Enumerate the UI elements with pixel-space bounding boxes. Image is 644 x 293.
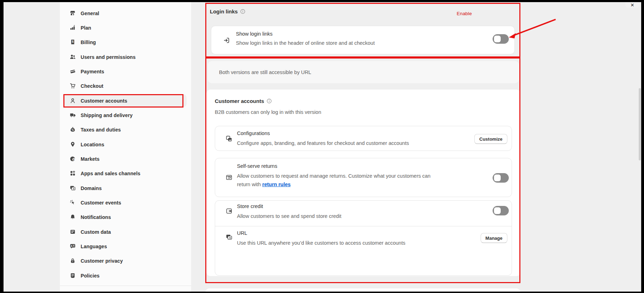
return-rules-link[interactable]: return rules: [262, 182, 291, 187]
toggle-knob: [494, 175, 501, 181]
cart-icon: [70, 83, 76, 89]
sidebar-item-customer-accounts[interactable]: Customer accounts: [64, 94, 187, 107]
languages-icon: A: [70, 243, 76, 249]
billing-icon: $: [70, 39, 76, 45]
sidebar-item-label: Policies: [81, 273, 100, 279]
store-credit-title: Store credit: [237, 203, 263, 209]
plan-icon: [70, 25, 76, 31]
configurations-icon: [226, 135, 232, 142]
returns-icon: [226, 174, 232, 181]
next-section-card-partial: [205, 288, 520, 292]
apps-icon: [70, 170, 76, 176]
sidebar-item-taxes-and-duties[interactable]: % Taxes and duties: [64, 123, 187, 136]
sidebar-item-general[interactable]: General: [64, 7, 187, 20]
data-icon: [70, 229, 76, 235]
url-description: Use this URL anywhere you’d like custome…: [237, 239, 405, 247]
domains-icon: [70, 185, 76, 191]
store-credit-toggle[interactable]: [493, 206, 509, 215]
annotation-enable-label: Enable: [457, 11, 472, 16]
info-icon[interactable]: [240, 9, 245, 14]
lock-icon: [70, 258, 76, 264]
bell-icon: [70, 214, 76, 220]
sidebar-item-languages[interactable]: A Languages: [64, 240, 187, 253]
sidebar-item-label: Plan: [81, 25, 91, 31]
sidebar-item-label: Billing: [81, 39, 96, 45]
sidebar-item-checkout[interactable]: Checkout: [64, 79, 187, 92]
sidebar-divider: [60, 286, 191, 286]
url-title: URL: [237, 230, 247, 236]
truck-icon: [70, 112, 76, 118]
customer-accounts-card: Customer accounts B2B customers can only…: [206, 90, 520, 276]
scrollbar-thumb[interactable]: [639, 88, 641, 160]
app-viewport: General Plan $ Billing Users and permiss…: [4, 2, 641, 292]
both-versions-banner: Both versions are still accessible by UR…: [208, 61, 519, 83]
sidebar-item-label: Locations: [81, 142, 104, 147]
configurations-row: Configurations Configure apps, branding,…: [215, 126, 512, 151]
description-line2-prefix: return with: [237, 182, 262, 187]
url-icon: [226, 234, 232, 240]
sidebar-item-label: Customer accounts: [81, 98, 127, 104]
store-icon: [70, 10, 76, 16]
sidebar-item-notifications[interactable]: Notifications: [64, 210, 187, 224]
sidebar-item-customer-events[interactable]: Customer events: [64, 196, 187, 209]
sidebar-item-domains[interactable]: Domains: [64, 182, 187, 195]
self-serve-returns-title: Self-serve returns: [237, 163, 277, 169]
sidebar-item-payments[interactable]: Payments: [64, 65, 187, 78]
sidebar-item-label: Apps and sales channels: [81, 171, 140, 176]
close-icon[interactable]: ✕: [625, 2, 639, 8]
login-links-title-text: Login links: [210, 8, 238, 14]
sidebar-item-shipping-and-delivery[interactable]: Shipping and delivery: [64, 109, 187, 122]
info-icon[interactable]: [267, 98, 272, 104]
sidebar-item-label: General: [81, 11, 99, 16]
sidebar-item-custom-data[interactable]: Custom data: [64, 225, 187, 238]
sidebar-item-label: Notifications: [81, 214, 111, 220]
sidebar-item-users-and-permissions[interactable]: Users and permissions: [64, 50, 187, 63]
pin-icon: [70, 141, 76, 147]
sidebar-item-markets[interactable]: $ Markets: [64, 152, 187, 165]
show-login-links-row: Show login links Show login links in the…: [211, 26, 515, 54]
sidebar-item-customer-privacy[interactable]: Customer privacy: [64, 254, 187, 267]
svg-text:%: %: [71, 129, 74, 131]
sidebar-item-apps-and-sales-channels[interactable]: Apps and sales channels: [64, 167, 187, 180]
sidebar-item-label: Domains: [81, 185, 102, 191]
svg-text:$: $: [72, 40, 74, 43]
toggle-knob: [494, 207, 501, 214]
sidebar-item-policies[interactable]: Policies: [64, 269, 187, 282]
sidebar-item-locations[interactable]: Locations: [64, 138, 187, 151]
store-credit-icon: [226, 208, 232, 214]
sidebar-item-label: Customer events: [81, 200, 121, 206]
toggle-knob: [494, 36, 501, 42]
sidebar-item-label: Taxes and duties: [81, 127, 121, 133]
show-login-links-description: Show login links in the header of online…: [236, 39, 375, 47]
sidebar-item-label: Shipping and delivery: [81, 112, 133, 118]
store-credit-description: Allow customers to see and spend store c…: [237, 212, 342, 220]
taxes-icon: %: [70, 127, 76, 133]
payments-icon: [70, 68, 76, 74]
svg-text:A: A: [71, 245, 73, 247]
configurations-title: Configurations: [237, 130, 270, 136]
self-serve-returns-description-line1: Allow customers to request and manage re…: [237, 172, 431, 180]
settings-sidebar: General Plan $ Billing Users and permiss…: [60, 2, 191, 292]
sidebar-item-billing[interactable]: $ Billing: [64, 36, 187, 49]
svg-text:$: $: [73, 158, 74, 161]
sidebar-item-label: Languages: [81, 244, 107, 249]
self-serve-returns-row: Self-serve returns Allow customers to re…: [215, 158, 512, 197]
self-serve-returns-toggle[interactable]: [493, 173, 509, 183]
sidebar-item-label: Checkout: [81, 83, 104, 89]
globe-icon: $: [70, 156, 76, 162]
sidebar-item-label: Custom data: [81, 229, 111, 235]
users-icon: [70, 54, 76, 60]
sidebar-item-label: Customer privacy: [81, 258, 123, 264]
customer-accounts-subtitle: B2B customers can only log in with this …: [215, 108, 321, 116]
sidebar-item-label: Payments: [81, 69, 104, 74]
customize-button[interactable]: Customize: [474, 134, 507, 144]
configurations-description: Configure apps, branding, and features f…: [237, 139, 409, 147]
customer-accounts-title-text: Customer accounts: [215, 98, 264, 104]
screenshot-frame: General Plan $ Billing Users and permiss…: [0, 0, 644, 293]
manage-button[interactable]: Manage: [481, 233, 507, 243]
row-divider: [215, 226, 512, 226]
policies-icon: [70, 273, 76, 279]
annotation-arrow: [505, 16, 558, 41]
events-icon: [70, 200, 76, 206]
sidebar-item-plan[interactable]: Plan: [64, 21, 187, 34]
